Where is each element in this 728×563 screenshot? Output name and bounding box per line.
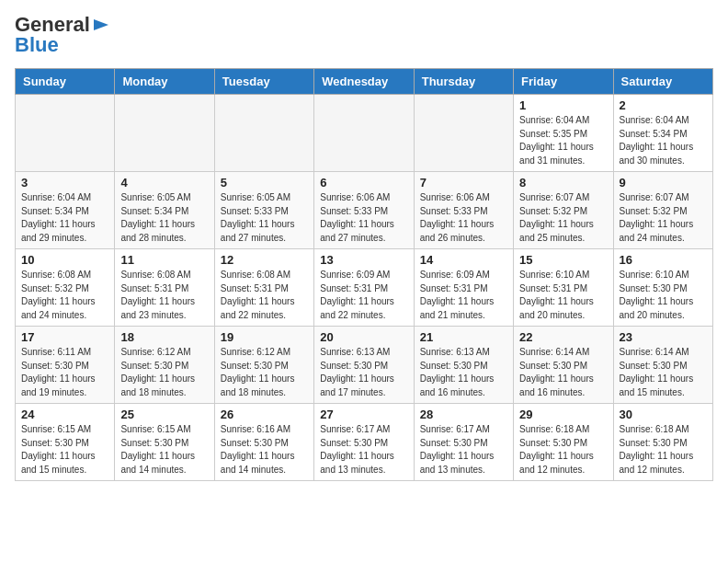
calendar-day-cell: 19Sunrise: 6:12 AMSunset: 5:30 PMDayligh… xyxy=(214,327,313,404)
weekday-header-tuesday: Tuesday xyxy=(214,69,313,95)
day-number: 13 xyxy=(320,253,407,267)
calendar-day-cell: 25Sunrise: 6:15 AMSunset: 5:30 PMDayligh… xyxy=(115,404,214,481)
day-info: Sunrise: 6:17 AMSunset: 5:30 PMDaylight:… xyxy=(420,423,507,477)
day-info: Sunrise: 6:08 AMSunset: 5:31 PMDaylight:… xyxy=(120,269,208,322)
day-number: 16 xyxy=(620,253,707,267)
day-info: Sunrise: 6:09 AMSunset: 5:31 PMDaylight:… xyxy=(420,269,507,322)
day-number: 11 xyxy=(120,253,208,267)
day-info: Sunrise: 6:12 AMSunset: 5:30 PMDaylight:… xyxy=(221,346,308,399)
calendar-day-cell: 30Sunrise: 6:18 AMSunset: 5:30 PMDayligh… xyxy=(613,404,712,481)
calendar-day-cell: 26Sunrise: 6:16 AMSunset: 5:30 PMDayligh… xyxy=(214,404,313,481)
day-number: 17 xyxy=(21,330,108,344)
day-info: Sunrise: 6:14 AMSunset: 5:30 PMDaylight:… xyxy=(620,346,707,399)
day-info: Sunrise: 6:14 AMSunset: 5:30 PMDaylight:… xyxy=(519,346,607,399)
day-number: 1 xyxy=(519,98,607,112)
day-number: 21 xyxy=(420,330,507,344)
day-info: Sunrise: 6:10 AMSunset: 5:31 PMDaylight:… xyxy=(519,269,607,322)
calendar-day-cell: 18Sunrise: 6:12 AMSunset: 5:30 PMDayligh… xyxy=(115,327,214,404)
calendar-table: SundayMondayTuesdayWednesdayThursdayFrid… xyxy=(15,68,713,481)
weekday-header-thursday: Thursday xyxy=(414,69,513,95)
day-info: Sunrise: 6:10 AMSunset: 5:30 PMDaylight:… xyxy=(620,269,707,322)
day-info: Sunrise: 6:12 AMSunset: 5:30 PMDaylight:… xyxy=(120,346,208,399)
weekday-header-monday: Monday xyxy=(115,69,214,95)
day-number: 19 xyxy=(221,330,308,344)
day-info: Sunrise: 6:06 AMSunset: 5:33 PMDaylight:… xyxy=(420,191,507,245)
day-info: Sunrise: 6:11 AMSunset: 5:30 PMDaylight:… xyxy=(21,346,108,399)
calendar-week-row: 3Sunrise: 6:04 AMSunset: 5:34 PMDaylight… xyxy=(16,172,713,249)
day-info: Sunrise: 6:05 AMSunset: 5:33 PMDaylight:… xyxy=(221,191,308,245)
calendar-day-cell xyxy=(214,95,313,172)
calendar-day-cell: 12Sunrise: 6:08 AMSunset: 5:31 PMDayligh… xyxy=(214,249,313,327)
day-number: 23 xyxy=(620,330,707,344)
calendar-day-cell xyxy=(16,95,115,172)
calendar-day-cell: 11Sunrise: 6:08 AMSunset: 5:31 PMDayligh… xyxy=(115,249,214,327)
page-header: General Blue xyxy=(15,15,713,57)
calendar-header-row: SundayMondayTuesdayWednesdayThursdayFrid… xyxy=(16,69,713,95)
calendar-day-cell: 8Sunrise: 6:07 AMSunset: 5:32 PMDaylight… xyxy=(514,172,613,249)
calendar-day-cell: 16Sunrise: 6:10 AMSunset: 5:30 PMDayligh… xyxy=(613,249,712,327)
calendar-day-cell: 28Sunrise: 6:17 AMSunset: 5:30 PMDayligh… xyxy=(414,404,513,481)
day-number: 20 xyxy=(320,330,407,344)
calendar-week-row: 24Sunrise: 6:15 AMSunset: 5:30 PMDayligh… xyxy=(16,404,713,481)
calendar-day-cell: 14Sunrise: 6:09 AMSunset: 5:31 PMDayligh… xyxy=(414,249,513,327)
calendar-day-cell: 4Sunrise: 6:05 AMSunset: 5:34 PMDaylight… xyxy=(115,172,214,249)
calendar-day-cell: 2Sunrise: 6:04 AMSunset: 5:34 PMDaylight… xyxy=(613,95,712,172)
day-number: 5 xyxy=(221,176,308,190)
day-number: 3 xyxy=(21,176,108,190)
day-info: Sunrise: 6:15 AMSunset: 5:30 PMDaylight:… xyxy=(21,423,108,477)
weekday-header-friday: Friday xyxy=(514,69,613,95)
weekday-header-sunday: Sunday xyxy=(16,69,115,95)
day-number: 4 xyxy=(120,176,208,190)
calendar-day-cell: 24Sunrise: 6:15 AMSunset: 5:30 PMDayligh… xyxy=(16,404,115,481)
svg-marker-0 xyxy=(94,19,108,30)
calendar-week-row: 10Sunrise: 6:08 AMSunset: 5:32 PMDayligh… xyxy=(16,249,713,327)
calendar-day-cell: 13Sunrise: 6:09 AMSunset: 5:31 PMDayligh… xyxy=(314,249,414,327)
day-number: 28 xyxy=(420,408,507,421)
day-info: Sunrise: 6:08 AMSunset: 5:31 PMDaylight:… xyxy=(221,269,308,322)
calendar-day-cell: 21Sunrise: 6:13 AMSunset: 5:30 PMDayligh… xyxy=(414,327,513,404)
day-info: Sunrise: 6:13 AMSunset: 5:30 PMDaylight:… xyxy=(420,346,507,399)
calendar-day-cell: 22Sunrise: 6:14 AMSunset: 5:30 PMDayligh… xyxy=(514,327,613,404)
day-number: 8 xyxy=(519,176,607,190)
day-number: 18 xyxy=(120,330,208,344)
day-number: 29 xyxy=(519,408,607,421)
weekday-header-wednesday: Wednesday xyxy=(314,69,414,95)
calendar-day-cell: 9Sunrise: 6:07 AMSunset: 5:32 PMDaylight… xyxy=(613,172,712,249)
day-number: 9 xyxy=(620,176,707,190)
day-number: 12 xyxy=(221,253,308,267)
calendar-day-cell: 17Sunrise: 6:11 AMSunset: 5:30 PMDayligh… xyxy=(16,327,115,404)
day-number: 6 xyxy=(320,176,407,190)
day-info: Sunrise: 6:05 AMSunset: 5:34 PMDaylight:… xyxy=(120,191,208,245)
day-info: Sunrise: 6:04 AMSunset: 5:34 PMDaylight:… xyxy=(21,191,108,245)
calendar-day-cell: 10Sunrise: 6:08 AMSunset: 5:32 PMDayligh… xyxy=(16,249,115,327)
day-info: Sunrise: 6:07 AMSunset: 5:32 PMDaylight:… xyxy=(519,191,607,245)
calendar-day-cell: 6Sunrise: 6:06 AMSunset: 5:33 PMDaylight… xyxy=(314,172,414,249)
day-info: Sunrise: 6:16 AMSunset: 5:30 PMDaylight:… xyxy=(221,423,308,477)
calendar-day-cell: 15Sunrise: 6:10 AMSunset: 5:31 PMDayligh… xyxy=(514,249,613,327)
day-number: 22 xyxy=(519,330,607,344)
day-info: Sunrise: 6:13 AMSunset: 5:30 PMDaylight:… xyxy=(320,346,407,399)
logo-arrow-icon xyxy=(92,16,110,34)
day-info: Sunrise: 6:15 AMSunset: 5:30 PMDaylight:… xyxy=(120,423,208,477)
weekday-header-saturday: Saturday xyxy=(613,69,712,95)
calendar-day-cell xyxy=(314,95,414,172)
day-info: Sunrise: 6:06 AMSunset: 5:33 PMDaylight:… xyxy=(320,191,407,245)
day-number: 27 xyxy=(320,408,407,421)
calendar-day-cell: 23Sunrise: 6:14 AMSunset: 5:30 PMDayligh… xyxy=(613,327,712,404)
calendar-day-cell: 5Sunrise: 6:05 AMSunset: 5:33 PMDaylight… xyxy=(214,172,313,249)
day-info: Sunrise: 6:18 AMSunset: 5:30 PMDaylight:… xyxy=(519,423,607,477)
calendar-week-row: 17Sunrise: 6:11 AMSunset: 5:30 PMDayligh… xyxy=(16,327,713,404)
calendar-day-cell xyxy=(414,95,513,172)
day-number: 15 xyxy=(519,253,607,267)
day-info: Sunrise: 6:07 AMSunset: 5:32 PMDaylight:… xyxy=(620,191,707,245)
logo-blue-text: Blue xyxy=(15,33,59,57)
logo-general-text: General xyxy=(15,15,90,35)
calendar-day-cell xyxy=(115,95,214,172)
day-info: Sunrise: 6:09 AMSunset: 5:31 PMDaylight:… xyxy=(320,269,407,322)
day-info: Sunrise: 6:04 AMSunset: 5:34 PMDaylight:… xyxy=(620,114,707,167)
calendar-week-row: 1Sunrise: 6:04 AMSunset: 5:35 PMDaylight… xyxy=(16,95,713,172)
calendar-day-cell: 27Sunrise: 6:17 AMSunset: 5:30 PMDayligh… xyxy=(314,404,414,481)
day-number: 14 xyxy=(420,253,507,267)
calendar-day-cell: 7Sunrise: 6:06 AMSunset: 5:33 PMDaylight… xyxy=(414,172,513,249)
day-number: 7 xyxy=(420,176,507,190)
